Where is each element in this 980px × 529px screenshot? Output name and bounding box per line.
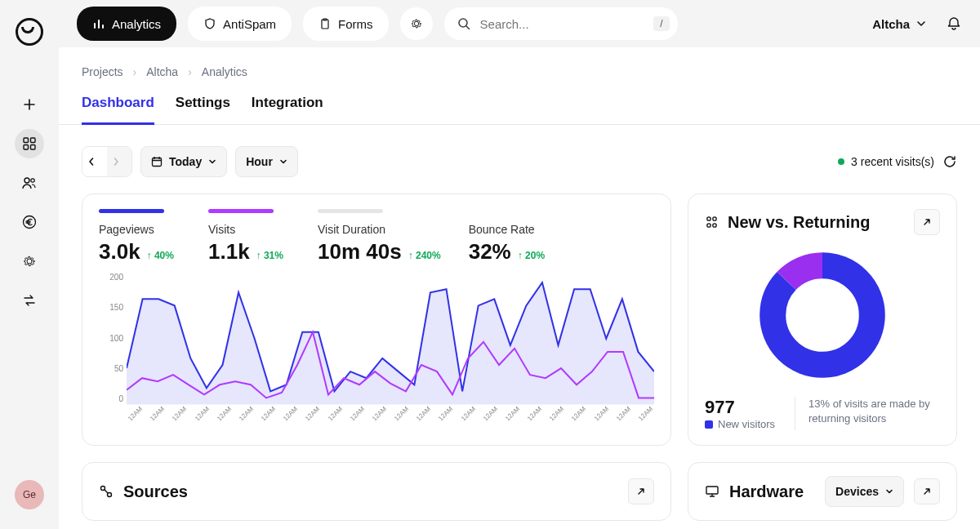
crumb-sep: › bbox=[133, 65, 137, 78]
account-menu[interactable]: Altcha bbox=[872, 17, 926, 31]
metric-value: 1.1k↑ 31% bbox=[208, 239, 290, 264]
metric-value: 10m 40s↑ 240% bbox=[318, 239, 441, 264]
account-name: Altcha bbox=[872, 17, 910, 31]
swap-icon bbox=[22, 293, 37, 308]
metric-delta: ↑ 40% bbox=[147, 250, 174, 261]
granularity-select[interactable]: Hour bbox=[235, 146, 298, 177]
grid-icon bbox=[23, 137, 36, 150]
notifications-button[interactable] bbox=[946, 16, 962, 32]
metric-bar bbox=[99, 209, 164, 213]
metric-label: Visit Duration bbox=[318, 223, 441, 236]
clipboard-icon bbox=[318, 17, 332, 30]
period-label: Today bbox=[169, 155, 202, 168]
hardware-select[interactable]: Devices bbox=[825, 476, 904, 507]
tab-dashboard[interactable]: Dashboard bbox=[82, 90, 154, 125]
search-input[interactable] bbox=[479, 16, 646, 32]
search-box[interactable]: / bbox=[444, 7, 678, 40]
euro-icon bbox=[22, 215, 37, 229]
brand-logo bbox=[16, 18, 43, 46]
metric-label: Pageviews bbox=[99, 223, 180, 236]
rail-billing[interactable] bbox=[15, 207, 44, 237]
chevron-down-icon bbox=[279, 158, 287, 166]
dashboard-toolbar: Today Hour 3 recent visits(s) bbox=[82, 146, 957, 177]
svg-point-5 bbox=[31, 179, 34, 182]
metric-pageviews[interactable]: Pageviews3.0k↑ 40% bbox=[99, 209, 180, 264]
shield-icon bbox=[203, 17, 216, 30]
nav-analytics-label: Analytics bbox=[112, 17, 161, 31]
chevron-down-icon bbox=[916, 19, 926, 29]
overview-card: Pageviews3.0k↑ 40%Visits1.1k↑ 31%Visit D… bbox=[82, 193, 671, 446]
metric-bounce-rate[interactable]: Bounce Rate32%↑ 20% bbox=[469, 209, 550, 264]
breadcrumb: Projects › Altcha › Analytics bbox=[59, 47, 980, 90]
gear-icon bbox=[410, 17, 423, 30]
gear-icon bbox=[22, 254, 37, 269]
tabs: Dashboard Settings Integration bbox=[59, 90, 980, 125]
tab-integration[interactable]: Integration bbox=[252, 90, 323, 125]
metric-visit-duration[interactable]: Visit Duration10m 40s↑ 240% bbox=[318, 209, 441, 264]
svg-point-6 bbox=[24, 216, 36, 229]
chevron-right-icon bbox=[112, 158, 120, 166]
metric-value: 3.0k↑ 40% bbox=[99, 239, 180, 264]
refresh-button[interactable] bbox=[942, 154, 957, 169]
svg-rect-7 bbox=[322, 20, 328, 29]
tab-settings[interactable]: Settings bbox=[176, 90, 230, 125]
bell-icon bbox=[946, 16, 962, 32]
rail-settings[interactable] bbox=[15, 247, 44, 276]
legend-swatch bbox=[705, 420, 713, 429]
users-icon bbox=[22, 176, 37, 190]
rail-dashboard[interactable] bbox=[15, 129, 44, 158]
svg-rect-10 bbox=[153, 158, 162, 167]
svg-point-17 bbox=[101, 487, 105, 491]
svg-rect-19 bbox=[706, 487, 718, 494]
expand-button[interactable] bbox=[914, 478, 940, 505]
sources-card: Sources bbox=[82, 462, 671, 521]
new-label: New visitors bbox=[718, 418, 775, 430]
metric-label: Visits bbox=[208, 223, 290, 236]
card-title: Hardware bbox=[729, 482, 815, 501]
metric-delta: ↑ 240% bbox=[408, 250, 441, 261]
crumb-projects[interactable]: Projects bbox=[82, 65, 123, 78]
chevron-left-icon bbox=[87, 158, 96, 166]
shortcut-key: / bbox=[653, 16, 669, 31]
page-panel: Projects › Altcha › Analytics Dashboard … bbox=[59, 47, 980, 529]
svg-rect-3 bbox=[31, 145, 36, 150]
expand-button[interactable] bbox=[914, 209, 940, 235]
metric-visits[interactable]: Visits1.1k↑ 31% bbox=[208, 209, 290, 264]
rail-users[interactable] bbox=[15, 168, 44, 198]
nav-settings-button[interactable] bbox=[400, 7, 433, 40]
plus-icon bbox=[23, 98, 36, 111]
period-nav bbox=[82, 146, 132, 177]
monitor-icon bbox=[705, 484, 719, 499]
chevron-down-icon bbox=[208, 158, 216, 166]
svg-point-13 bbox=[707, 224, 710, 227]
period-select[interactable]: Today bbox=[140, 146, 227, 177]
nav-antispam-pill[interactable]: AntiSpam bbox=[188, 7, 292, 41]
svg-point-4 bbox=[24, 178, 29, 183]
sidebar: Ge bbox=[0, 0, 59, 529]
nav-analytics-pill[interactable]: Analytics bbox=[77, 7, 176, 41]
status-text: 3 recent visits(s) bbox=[851, 155, 934, 168]
period-prev[interactable] bbox=[82, 147, 107, 176]
user-group-icon bbox=[705, 215, 719, 229]
nav-forms-pill[interactable]: Forms bbox=[303, 7, 389, 41]
overview-chart: 200150100500 12AM12AM12AM12AM12AM12AM12A… bbox=[99, 273, 654, 420]
expand-button[interactable] bbox=[628, 478, 654, 505]
crumb-sep: › bbox=[188, 65, 192, 78]
period-next bbox=[107, 147, 131, 176]
metric-delta: ↑ 31% bbox=[256, 250, 283, 261]
metric-bar bbox=[208, 209, 274, 213]
arrow-out-icon bbox=[636, 487, 646, 496]
chevron-down-icon bbox=[885, 487, 893, 496]
rail-transfer[interactable] bbox=[15, 286, 44, 315]
svg-rect-1 bbox=[31, 138, 36, 143]
new-count: 977 bbox=[705, 397, 795, 418]
user-avatar[interactable]: Ge bbox=[15, 480, 44, 509]
live-status: 3 recent visits(s) bbox=[838, 155, 934, 168]
svg-rect-2 bbox=[24, 145, 29, 150]
metric-label: Bounce Rate bbox=[469, 223, 550, 236]
crumb-altcha[interactable]: Altcha bbox=[146, 65, 178, 78]
nav-antispam-label: AntiSpam bbox=[223, 17, 276, 31]
rail-add[interactable] bbox=[15, 90, 44, 119]
calendar-icon bbox=[151, 156, 163, 167]
svg-point-14 bbox=[713, 224, 716, 227]
